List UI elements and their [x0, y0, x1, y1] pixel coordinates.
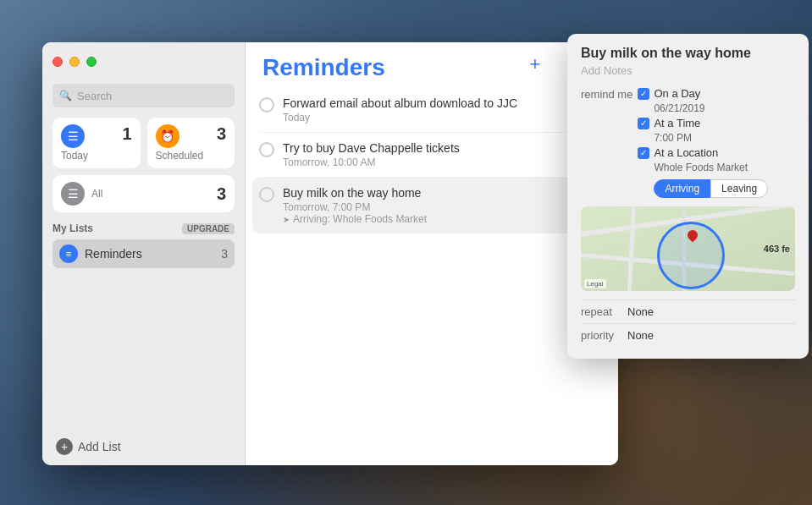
reminder-title-1: Forward email about album download to JJ…: [283, 96, 605, 110]
reminder-subtitle-3-loc-text: Arriving: Whole Foods Market: [293, 213, 427, 225]
reminder-title-2: Try to buy Dave Chappelle tickets: [283, 141, 605, 155]
search-bar[interactable]: 🔍 Search: [52, 84, 235, 107]
smart-list-scheduled-header: ⏰ 3: [156, 124, 227, 148]
remind-me-row: remind me ✓ On a Day 06/21/2019 ✓ At a T…: [581, 87, 795, 203]
map-distance: 463 fe: [764, 244, 790, 254]
add-reminder-button[interactable]: +: [523, 52, 547, 76]
reminder-subtitle-3: Tomorrow, 7:00 PM: [283, 201, 583, 213]
at-a-time-checkbox[interactable]: ✓: [638, 118, 649, 129]
reminder-subtitle-3-location: ➤ Arriving: Whole Foods Market: [283, 213, 583, 225]
smart-list-scheduled[interactable]: ⏰ 3 Scheduled: [147, 118, 235, 168]
reminder-item-2[interactable]: Try to buy Dave Chappelle tickets Tomorr…: [259, 133, 605, 178]
on-a-day-value: 06/21/2019: [654, 102, 768, 114]
map-background: Legal 463 fe: [581, 206, 795, 291]
main-header: Reminders 3: [246, 42, 618, 88]
priority-row: priority None: [581, 323, 795, 347]
add-list-icon: +: [56, 438, 73, 455]
priority-label: priority: [581, 329, 627, 342]
at-a-time-value: 7:00 PM: [654, 132, 768, 144]
at-a-location-option[interactable]: ✓ At a Location: [638, 146, 768, 159]
at-a-location-value: Whole Foods Market: [654, 162, 768, 173]
app-window: 🔍 Search ☰ 1 Today ⏰ 3 Scheduled: [42, 42, 618, 465]
maximize-button[interactable]: [86, 57, 97, 67]
search-icon: 🔍: [59, 90, 72, 102]
reminder-checkbox-2[interactable]: [259, 142, 274, 157]
sidebar: 🔍 Search ☰ 1 Today ⏰ 3 Scheduled: [42, 42, 246, 465]
reminder-content-3: Buy milk on the way home Tomorrow, 7:00 …: [283, 186, 583, 225]
remind-me-label: remind me: [581, 87, 632, 101]
today-label: Today: [61, 150, 132, 162]
detail-add-notes[interactable]: Add Notes: [581, 64, 795, 77]
scheduled-label: Scheduled: [156, 150, 227, 162]
all-icon: ☰: [61, 182, 85, 206]
reminders-list-count: 3: [221, 247, 228, 261]
all-label: All: [91, 188, 102, 200]
titlebar: [42, 42, 245, 80]
smart-list-today-header: ☰ 1: [61, 124, 132, 148]
on-a-day-label: On a Day: [654, 87, 700, 100]
on-a-day-option[interactable]: ✓ On a Day: [638, 87, 768, 100]
at-a-time-label: At a Time: [654, 117, 700, 129]
main-title: Reminders: [262, 54, 385, 81]
remind-options: ✓ On a Day 06/21/2019 ✓ At a Time 7:00 P…: [638, 87, 768, 203]
reminder-list: Forward email about album download to JJ…: [246, 88, 618, 465]
reminder-checkbox-1[interactable]: [259, 97, 274, 113]
at-a-location-checkbox[interactable]: ✓: [638, 147, 649, 159]
detail-panel: Buy milk on the way home Add Notes remin…: [567, 34, 809, 359]
main-content: Reminders 3 Forward email about album do…: [246, 42, 618, 465]
arriving-button[interactable]: Arriving: [654, 179, 710, 198]
add-list-button[interactable]: + Add List: [42, 428, 245, 465]
detail-title: Buy milk on the way home: [581, 46, 795, 61]
my-lists-header: My Lists UPGRADE: [52, 222, 235, 234]
scheduled-icon: ⏰: [156, 124, 180, 148]
location-buttons: Arriving Leaving: [654, 179, 768, 198]
scheduled-count: 3: [217, 124, 226, 144]
reminder-subtitle-2: Tomorrow, 10:00 AM: [283, 156, 605, 168]
reminder-subtitle-3-time: Tomorrow, 7:00 PM: [283, 201, 370, 213]
reminders-list-name: Reminders: [85, 247, 214, 261]
map-legal: Legal: [584, 279, 606, 288]
reminder-subtitle-1: Today: [283, 112, 605, 124]
today-count: 1: [122, 124, 131, 144]
today-icon: ☰: [61, 124, 85, 148]
repeat-row: repeat None: [581, 299, 795, 323]
minimize-button[interactable]: [69, 57, 80, 67]
reminder-content-1: Forward email about album download to JJ…: [283, 96, 605, 124]
smart-list-today[interactable]: ☰ 1 Today: [52, 118, 141, 168]
smart-list-all[interactable]: ☰ All 3: [52, 175, 235, 212]
upgrade-badge[interactable]: UPGRADE: [182, 223, 235, 234]
at-a-location-label: At a Location: [654, 146, 718, 159]
reminder-checkbox-3[interactable]: [259, 187, 274, 202]
map-container: Legal 463 fe: [581, 206, 795, 291]
reminder-item-3[interactable]: Buy milk on the way home Tomorrow, 7:00 …: [252, 178, 611, 233]
reminder-item-1[interactable]: Forward email about album download to JJ…: [259, 88, 605, 133]
location-arrow-icon: ➤: [283, 215, 290, 224]
smart-lists: ☰ 1 Today ⏰ 3 Scheduled ☰ All 3: [42, 118, 245, 222]
at-a-time-option[interactable]: ✓ At a Time: [638, 117, 768, 129]
all-count: 3: [217, 184, 226, 204]
reminders-list-icon: ≡: [59, 244, 78, 263]
priority-value: None: [627, 329, 654, 342]
sidebar-item-reminders[interactable]: ≡ Reminders 3: [52, 239, 235, 268]
close-button[interactable]: [52, 57, 63, 67]
repeat-value: None: [627, 305, 654, 318]
on-a-day-checkbox[interactable]: ✓: [638, 88, 649, 100]
my-lists-section: My Lists UPGRADE ≡ Reminders 3: [42, 222, 245, 428]
my-lists-title: My Lists: [52, 222, 93, 234]
search-placeholder: Search: [77, 90, 112, 102]
reminder-content-2: Try to buy Dave Chappelle tickets Tomorr…: [283, 141, 605, 168]
repeat-label: repeat: [581, 305, 627, 318]
leaving-button[interactable]: Leaving: [710, 179, 768, 198]
reminder-title-3: Buy milk on the way home: [283, 186, 583, 200]
add-list-label: Add List: [78, 440, 121, 453]
